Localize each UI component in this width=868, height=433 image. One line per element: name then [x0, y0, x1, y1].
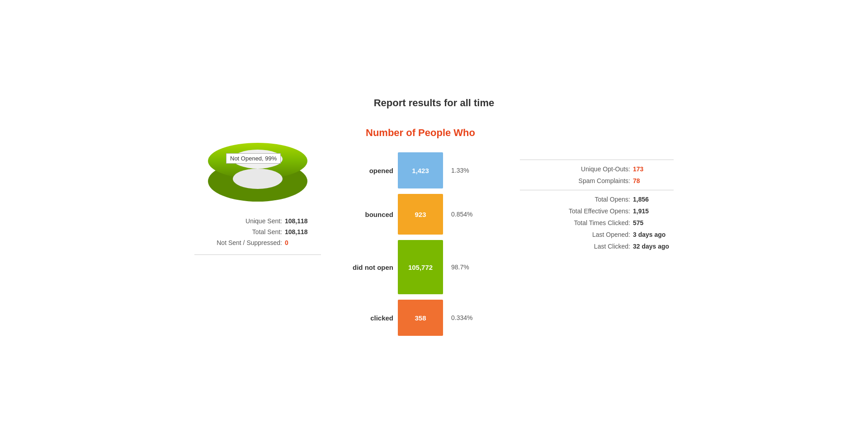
right-bottom-stat-row: Total Opens: 1,856	[520, 196, 674, 203]
left-stat-value: 108,118	[285, 217, 316, 225]
right-stat-label: Total Effective Opens:	[569, 207, 630, 215]
donut-tooltip: Not Opened, 99%	[226, 153, 281, 164]
right-stat-value: 173	[633, 165, 674, 173]
bar-rect-opened: 1,423	[398, 152, 443, 188]
right-stat-value: 78	[633, 177, 674, 184]
left-stats: Unique Sent: 108,118 Total Sent: 108,118…	[194, 217, 321, 250]
bar-label-opened: opened	[348, 167, 393, 174]
right-bottom-stat-row: Total Times Clicked: 575	[520, 219, 674, 226]
bar-pct-clicked: 0.334%	[451, 314, 472, 321]
right-stat-value: 1,856	[633, 196, 674, 203]
right-top-stats: Unique Opt-Outs: 173 Spam Complaints: 78	[520, 165, 674, 184]
bar-pct-did not open: 98.7%	[451, 264, 469, 271]
right-stat-label: Last Clicked:	[594, 243, 630, 250]
right-stat-value: 1,915	[633, 207, 674, 215]
bar-rect-did not open: 105,772	[398, 240, 443, 294]
bar-pct-bounced: 0.854%	[451, 211, 472, 218]
bar-row: clicked 358 0.334%	[348, 300, 493, 336]
right-stat-value: 575	[633, 219, 674, 226]
left-stat-label: Unique Sent:	[245, 217, 282, 225]
bar-row: bounced 923 0.854%	[348, 194, 493, 235]
left-stat-label: Total Sent:	[252, 228, 282, 235]
bar-chart: opened 1,423 1.33% bounced 923 0.854% di…	[348, 152, 493, 336]
bar-rect-clicked: 358	[398, 300, 443, 336]
middle-panel: Number of People Who opened 1,423 1.33% …	[348, 127, 493, 336]
right-bottom-stats: Total Opens: 1,856 Total Effective Opens…	[520, 196, 674, 250]
right-bottom-stat-row: Total Effective Opens: 1,915	[520, 207, 674, 215]
left-stat-row: Unique Sent: 108,118	[194, 217, 316, 225]
right-stat-label: Unique Opt-Outs:	[581, 165, 630, 173]
right-stat-label: Spam Complaints:	[579, 177, 630, 184]
right-stat-value: 3 days ago	[633, 231, 674, 238]
left-stat-row: Not Sent / Suppressed: 0	[194, 239, 316, 246]
right-stat-label: Total Times Clicked:	[574, 219, 630, 226]
left-stat-value: 108,118	[285, 228, 316, 235]
bar-pct-opened: 1.33%	[451, 167, 469, 174]
donut-inner-bottom	[233, 169, 283, 189]
right-top-divider	[520, 160, 674, 160]
donut-chart: Not Opened, 99%	[203, 136, 312, 199]
bar-label-did not open: did not open	[348, 264, 393, 271]
right-top-stat-row: Unique Opt-Outs: 173	[520, 165, 674, 173]
right-top-stat-row: Spam Complaints: 78	[520, 177, 674, 184]
bar-row: did not open 105,772 98.7%	[348, 240, 493, 294]
bar-rect-bounced: 923	[398, 194, 443, 235]
bar-row: opened 1,423 1.33%	[348, 152, 493, 188]
right-stat-label: Total Opens:	[594, 196, 630, 203]
right-bottom-stat-row: Last Opened: 3 days ago	[520, 231, 674, 238]
left-stat-value: 0	[285, 239, 316, 246]
right-mid-divider	[520, 190, 674, 190]
donut-3d-chart: Not Opened, 99%	[203, 136, 312, 199]
chart-title: Number of People Who	[366, 127, 475, 139]
right-stat-label: Last Opened:	[592, 231, 630, 238]
right-bottom-stat-row: Last Clicked: 32 days ago	[520, 243, 674, 250]
report-body: Not Opened, 99% Unique Sent: 108,118 Tot…	[194, 127, 674, 336]
left-panel: Not Opened, 99% Unique Sent: 108,118 Tot…	[194, 127, 321, 255]
bar-label-clicked: clicked	[348, 314, 393, 322]
bar-label-bounced: bounced	[348, 211, 393, 218]
report-container: Report results for all time Not Opened, …	[185, 84, 683, 349]
right-stat-value: 32 days ago	[633, 243, 674, 250]
right-panel: Unique Opt-Outs: 173 Spam Complaints: 78…	[520, 127, 674, 254]
left-stat-label: Not Sent / Suppressed:	[217, 239, 282, 246]
left-divider	[194, 254, 321, 255]
report-title: Report results for all time	[194, 97, 674, 109]
left-stat-row: Total Sent: 108,118	[194, 228, 316, 235]
